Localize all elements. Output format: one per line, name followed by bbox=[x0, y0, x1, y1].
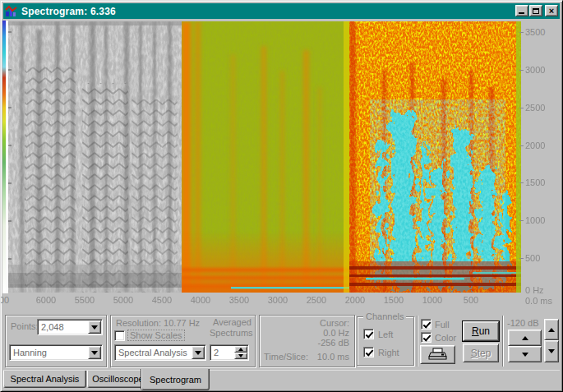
freq-tick bbox=[519, 220, 524, 221]
arrow-down-icon bbox=[238, 354, 243, 357]
arrow-up-icon bbox=[522, 336, 528, 340]
run-button[interactable]: Run bbox=[463, 321, 499, 341]
time-label: 00 bbox=[0, 295, 14, 305]
time-label: 3500 bbox=[223, 295, 256, 305]
time-label: 5000 bbox=[107, 295, 140, 305]
points-label: Points: bbox=[11, 321, 39, 331]
minimize-icon bbox=[519, 12, 524, 14]
db-label: -120 dB bbox=[507, 318, 539, 328]
maximize-icon bbox=[533, 8, 539, 14]
freq-tick bbox=[519, 70, 524, 71]
window-title: Spectrogram: 6.336 bbox=[21, 6, 116, 17]
tab-spectrogram[interactable]: Spectrogram bbox=[141, 369, 210, 390]
averaged-value: 2 bbox=[210, 348, 234, 357]
app-icon bbox=[5, 5, 18, 17]
color-checkbox[interactable] bbox=[421, 332, 431, 343]
time-label: 5500 bbox=[68, 295, 101, 305]
arrow-down-icon bbox=[522, 353, 528, 357]
spectrogram-window: Spectrogram: 6.336 × bbox=[0, 0, 563, 392]
arrow-up-icon bbox=[238, 348, 243, 351]
printer-icon bbox=[428, 348, 448, 362]
freq-tick bbox=[519, 182, 524, 183]
time-label: 2500 bbox=[300, 295, 333, 305]
left-channel-label: Left bbox=[378, 330, 393, 339]
maximize-button[interactable] bbox=[529, 5, 542, 16]
spectrogram-panel-yellow[interactable] bbox=[349, 21, 521, 293]
freq-label: 2000 bbox=[525, 141, 553, 150]
time-label: 3000 bbox=[261, 295, 294, 305]
db-up-button[interactable] bbox=[508, 330, 542, 346]
window-function-combobox[interactable]: Hanning bbox=[9, 344, 103, 361]
chevron-down-icon bbox=[195, 351, 201, 355]
left-channel-checkbox[interactable] bbox=[363, 329, 374, 339]
averaged-down-button[interactable] bbox=[234, 353, 247, 359]
step-button[interactable]: Step bbox=[463, 344, 499, 362]
right-channel-checkbox[interactable] bbox=[363, 347, 374, 357]
chevron-down-icon bbox=[91, 325, 98, 330]
cursor-db-value: -256 dB bbox=[284, 338, 349, 348]
freq-tick bbox=[519, 258, 524, 259]
range-up-button[interactable] bbox=[544, 319, 559, 340]
window-dropdown-button[interactable] bbox=[88, 346, 101, 359]
divider bbox=[502, 316, 504, 367]
cursor-label: Cursor: bbox=[284, 318, 349, 328]
tab-oscilloscope[interactable]: Oscilloscope bbox=[87, 371, 149, 388]
freq-label: 1000 bbox=[525, 215, 553, 225]
freq-label: 3500 bbox=[525, 27, 553, 37]
resolution-label: Resolution: 10.77 Hz bbox=[116, 318, 200, 328]
freq-label: 2500 bbox=[525, 103, 553, 113]
full-checkbox[interactable] bbox=[421, 319, 431, 330]
averaged-up-button[interactable] bbox=[234, 346, 247, 353]
range-down-button[interactable] bbox=[544, 340, 559, 362]
points-dropdown-button[interactable] bbox=[88, 321, 101, 334]
freq-label: 3000 bbox=[525, 65, 553, 75]
freq-label: 500 bbox=[525, 253, 553, 263]
channels-legend: Channels bbox=[363, 311, 406, 321]
time-zero-label: 0.0 ms bbox=[525, 296, 558, 306]
db-down-button[interactable] bbox=[508, 346, 542, 362]
cursor-freq-value: 0.0 Hz bbox=[284, 328, 349, 338]
time-slice-label: Time/Slice: bbox=[264, 352, 308, 362]
freq-tick bbox=[519, 145, 524, 146]
divider bbox=[417, 316, 418, 367]
spectrogram-display[interactable] bbox=[8, 21, 521, 293]
spectrogram-panel-gray[interactable] bbox=[8, 21, 182, 293]
arrow-up-icon bbox=[548, 328, 555, 332]
close-button[interactable]: × bbox=[545, 5, 558, 16]
right-channel-label: Right bbox=[378, 348, 399, 357]
window-function-value: Hanning bbox=[10, 348, 88, 357]
time-label: 500 bbox=[455, 295, 487, 305]
chevron-down-icon bbox=[91, 351, 98, 355]
freq-zero-label: 0 Hz bbox=[525, 285, 558, 295]
time-slice-value: 10.0 ms bbox=[308, 352, 349, 362]
channels-group: Channels bbox=[357, 316, 414, 366]
points-combobox[interactable]: 2,048 bbox=[37, 319, 103, 335]
mode-dropdown-button[interactable] bbox=[192, 346, 205, 359]
time-label: 4500 bbox=[145, 295, 178, 305]
time-label: 4000 bbox=[184, 295, 217, 305]
color-label: Color bbox=[435, 333, 456, 343]
spectrums-label: Spectrums bbox=[210, 328, 253, 338]
points-value: 2,048 bbox=[38, 322, 88, 332]
title-bar[interactable]: Spectrogram: 6.336 × bbox=[3, 3, 560, 19]
arrow-down-icon bbox=[548, 349, 555, 353]
time-label: 1000 bbox=[416, 295, 449, 305]
minimize-button[interactable] bbox=[515, 5, 528, 16]
mode-value: Spectral Analysis bbox=[115, 348, 192, 357]
time-label: 6000 bbox=[30, 295, 62, 305]
show-scales-label[interactable]: Show Scales bbox=[127, 330, 185, 341]
close-icon: × bbox=[549, 7, 554, 15]
print-button[interactable] bbox=[420, 345, 455, 364]
mode-combobox[interactable]: Spectral Analysis bbox=[114, 344, 206, 361]
full-label: Full bbox=[435, 320, 450, 330]
freq-label: 1500 bbox=[525, 178, 553, 187]
averaged-spinner[interactable]: 2 bbox=[210, 344, 249, 361]
show-scales-checkbox[interactable] bbox=[114, 330, 125, 341]
time-label: 2000 bbox=[339, 295, 371, 305]
time-label: 1500 bbox=[377, 295, 410, 305]
spectrogram-panel-green[interactable] bbox=[182, 21, 349, 293]
freq-tick bbox=[519, 32, 524, 33]
freq-tick bbox=[519, 108, 524, 108]
tab-spectral-analysis[interactable]: Spectral Analysis bbox=[3, 371, 86, 388]
averaged-label: Averaged bbox=[213, 317, 252, 327]
